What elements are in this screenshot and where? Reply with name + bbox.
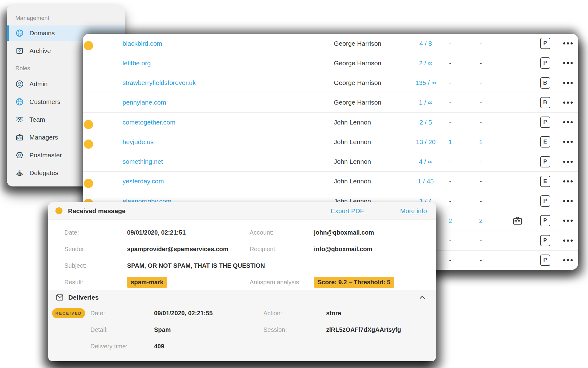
domain-link[interactable]: letitbe.org [123,59,334,67]
modal-header: Received message Export PDF More info [48,202,436,220]
domain-link[interactable]: strawberryfieldsforever.uk [123,79,334,86]
row-menu-button[interactable] [557,141,578,143]
row-menu-button[interactable] [557,102,578,104]
usage-link[interactable]: 1 / 45 [410,178,441,185]
sender-value: spamprovider@spamservices.com [127,246,250,253]
domain-link[interactable]: blackbird.com [123,40,334,47]
domain-link[interactable]: cometogether.com [123,119,334,126]
action-label: Action: [263,310,326,317]
extra-col-2: - [459,59,502,67]
type-badge-p: P [533,235,557,246]
table-row[interactable]: letitbe.orgGeorge Harrison2 / ∞--P [83,53,578,73]
type-badge-b: B [533,97,557,108]
extra-col-1: - [441,178,459,185]
domain-link[interactable]: heyjude.us [123,138,334,146]
usage-link[interactable]: 13 / 20 [410,138,441,146]
result-label: Result: [64,279,127,286]
domain-link[interactable]: yesterday.com [123,178,334,185]
date-label: Date: [64,229,127,236]
envelope-icon [55,293,64,302]
type-badge-p: P [533,255,557,266]
recipient-label: Recipient: [250,246,314,253]
admin-icon [15,80,24,88]
modal-title: Received message [68,207,126,215]
usage-link[interactable]: 2 / ∞ [410,59,441,67]
globe-icon [15,29,24,37]
sidebar-item-label: Archive [29,47,51,55]
extra-col-1: - [441,79,459,86]
id-card-icon [502,215,533,226]
type-badge-p: P [533,195,557,207]
row-menu-button[interactable] [557,259,578,261]
status-yellow-icon [55,207,62,214]
archive-icon [15,47,24,55]
table-row[interactable]: yesterday.comJohn Lennon1 / 45--E [83,172,578,191]
row-menu-button[interactable] [557,121,578,123]
table-row[interactable]: strawberryfieldsforever.ukGeorge Harriso… [83,73,578,93]
extra-col-2: - [459,99,502,106]
hexagon-icon [15,151,24,159]
extra-col-2: - [459,40,502,47]
extra-col-1[interactable]: 2 [441,217,459,224]
usage-link[interactable]: 4 / ∞ [410,158,441,165]
extra-col-2[interactable]: 2 [459,217,502,224]
export-pdf-link[interactable]: Export PDF [331,207,364,215]
team-icon [15,115,24,124]
sidebar-item-label: Team [29,116,45,123]
extra-col-1: - [441,99,459,106]
domain-link[interactable]: pennylane.com [123,99,334,106]
usage-link[interactable]: 4 / 8 [410,40,441,47]
row-menu-button[interactable] [557,42,578,44]
table-row[interactable]: heyjude.usJohn Lennon13 / 2011E [83,132,578,152]
section-label-management: Management [7,14,125,22]
sender-label: Sender: [64,246,127,253]
extra-col-2: - [459,178,502,185]
row-menu-button[interactable] [557,161,578,163]
session-label: Session: [263,326,326,333]
row-menu-button[interactable] [557,220,578,222]
type-badge-p: P [533,57,557,69]
row-menu-button[interactable] [557,180,578,182]
extra-col-2: - [459,158,502,165]
antispam-label: Antispam analysis: [250,279,314,286]
extra-col-2: - [459,237,502,244]
sidebar-item-label: Delegates [29,169,58,177]
type-badge-b: B [533,77,557,89]
delivery-time-label: Delivery time: [90,343,154,350]
type-badge-p: P [533,117,557,128]
recipient-value: info@qboxmail.com [314,246,436,253]
extra-col-2[interactable]: 1 [459,138,502,146]
table-row[interactable]: blackbird.comGeorge Harrison4 / 8--P [83,34,578,53]
owner-name: George Harrison [334,59,410,67]
domain-link[interactable]: something.net [123,158,334,165]
extra-col-2: - [459,197,502,205]
globe-icon [15,98,24,106]
usage-link[interactable]: 2 / 5 [410,119,441,126]
row-menu-button[interactable] [557,62,578,64]
usage-link[interactable]: 135 / ∞ [410,79,441,86]
extra-col-1[interactable]: 1 [441,138,459,146]
subject-label: Subject: [64,262,127,269]
subject-value: SPAM, OR NOT SPAM, THAT IS THE QUESTION [127,262,436,269]
row-menu-button[interactable] [557,82,578,84]
owner-name: John Lennon [334,138,410,146]
row-menu-button[interactable] [557,200,578,202]
owner-name: George Harrison [334,99,410,106]
table-row[interactable]: cometogether.comJohn Lennon2 / 5--P [83,113,578,132]
extra-col-1: - [441,237,459,244]
extra-col-1: - [441,158,459,165]
type-badge-e: E [533,136,557,148]
deliveries-section: Deliveries RECEIVED Date: 09/01/2020, 02… [48,290,436,361]
type-badge-p: P [533,38,557,49]
antispam-score-badge: Score: 9.2 – Threshold: 5 [314,277,394,288]
more-info-link[interactable]: More info [400,207,427,215]
extra-col-1: - [441,256,459,264]
table-row[interactable]: something.netJohn Lennon4 / ∞--P [83,152,578,172]
chevron-up-icon[interactable] [418,293,427,302]
table-row[interactable]: pennylane.comGeorge Harrison1 / ∞--B [83,93,578,113]
owner-name: George Harrison [334,79,410,86]
usage-link[interactable]: 1 / ∞ [410,99,441,106]
deliveries-title: Deliveries [68,294,99,301]
row-menu-button[interactable] [557,240,578,242]
detail-label: Detail: [90,326,154,333]
